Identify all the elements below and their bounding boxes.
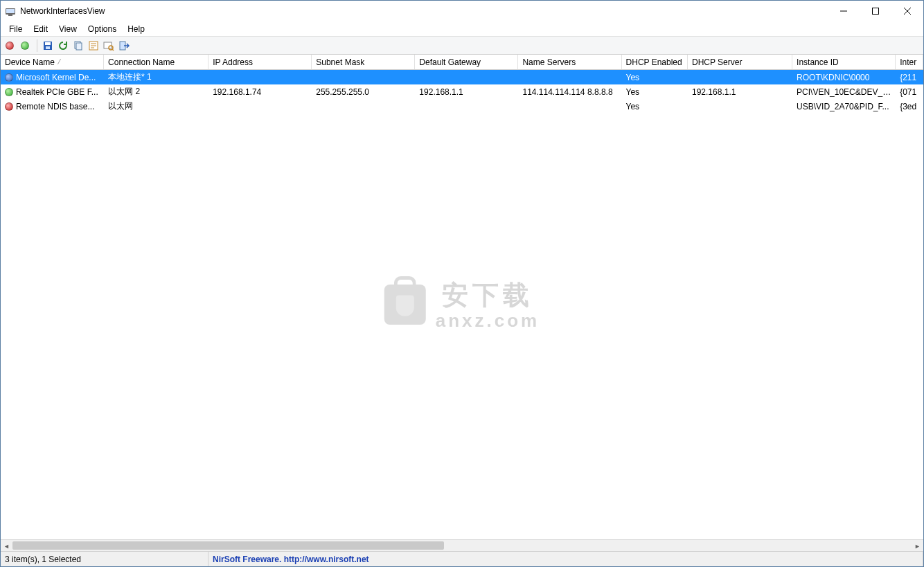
cell: 192.168.1.1 — [688, 87, 792, 97]
list-view[interactable]: Device Name⁄ Connection Name IP Address … — [1, 55, 923, 551]
window-title: NetworkInterfacesView — [20, 6, 105, 16]
maximize-button[interactable] — [860, 1, 891, 21]
app-icon — [5, 6, 16, 17]
status-dot-icon — [5, 102, 13, 111]
column-header-device-name[interactable]: Device Name⁄ — [1, 55, 104, 69]
menu-options[interactable]: Options — [82, 23, 122, 35]
toolbar-separator — [37, 39, 37, 52]
table-row[interactable]: Microsoft Kernel De...本地连接* 1YesROOT\KDN… — [1, 70, 923, 84]
enable-icon[interactable] — [20, 39, 33, 52]
svg-rect-3 — [873, 8, 879, 15]
menubar: File Edit View Options Help — [1, 21, 923, 37]
watermark-text-cn: 安下载 — [436, 278, 540, 313]
watermark-text-en: anxz.com — [436, 310, 540, 332]
cell: 255.255.255.0 — [312, 87, 415, 97]
statusbar: 3 item(s), 1 Selected NirSoft Freeware. … — [1, 551, 923, 566]
scroll-right-button[interactable]: ► — [912, 540, 923, 551]
close-button[interactable] — [891, 1, 923, 21]
cell: {071 — [896, 87, 923, 97]
cell: USB\VID_2A70&PID_F... — [792, 102, 896, 111]
svg-rect-6 — [46, 46, 50, 49]
watermark: 安下载 anxz.com — [384, 278, 540, 332]
toolbar — [1, 37, 923, 55]
column-header-instance-id[interactable]: Instance ID — [792, 55, 896, 69]
scroll-track[interactable] — [12, 540, 912, 551]
status-brand: NirSoft Freeware. http://www.nirsoft.net — [208, 552, 923, 566]
cell: Yes — [622, 102, 688, 111]
cell: ROOT\KDNIC\0000 — [792, 73, 896, 82]
disable-icon[interactable] — [5, 39, 17, 52]
copy-icon[interactable] — [72, 39, 85, 52]
status-item-count: 3 item(s), 1 Selected — [1, 552, 208, 566]
status-dot-icon — [5, 88, 13, 96]
find-icon[interactable] — [103, 39, 115, 52]
app-window: NetworkInterfacesView File Edit View Opt… — [0, 0, 924, 567]
column-header-connection-name[interactable]: Connection Name — [104, 55, 208, 69]
cell: 以太网 2 — [104, 86, 208, 98]
table-row[interactable]: Remote NDIS base...以太网YesUSB\VID_2A70&PI… — [1, 99, 923, 114]
exit-icon[interactable] — [118, 39, 130, 52]
cell: Microsoft Kernel De... — [1, 73, 104, 82]
cell: Yes — [622, 87, 688, 97]
sort-indicator-icon: ⁄ — [59, 58, 60, 66]
svg-rect-8 — [76, 43, 82, 50]
column-header-name-servers[interactable]: Name Servers — [518, 55, 621, 69]
menu-view[interactable]: View — [53, 23, 82, 35]
column-header-ip-address[interactable]: IP Address — [208, 55, 312, 69]
menu-help[interactable]: Help — [122, 23, 150, 35]
column-header-default-gateway[interactable]: Default Gateway — [415, 55, 518, 69]
status-dot-icon — [5, 73, 13, 82]
cell: Yes — [622, 73, 688, 82]
table-row[interactable]: Realtek PCIe GBE F...以太网 2192.168.1.7425… — [1, 84, 923, 99]
column-header-row: Device Name⁄ Connection Name IP Address … — [1, 55, 923, 70]
cell: {211 — [896, 73, 923, 82]
column-header-subnet-mask[interactable]: Subnet Mask — [312, 55, 415, 69]
cell: Realtek PCIe GBE F... — [1, 87, 104, 97]
scroll-thumb[interactable] — [12, 541, 444, 550]
menu-edit[interactable]: Edit — [28, 23, 53, 35]
column-header-dhcp-server[interactable]: DHCP Server — [688, 55, 792, 69]
cell: 192.168.1.1 — [415, 87, 518, 97]
cell: 114.114.114.114 8.8.8.8 — [518, 87, 621, 97]
scroll-left-button[interactable]: ◄ — [1, 540, 12, 551]
save-icon[interactable] — [42, 39, 54, 52]
watermark-bag-icon — [384, 285, 426, 325]
cell: {3ed — [896, 102, 923, 111]
status-url[interactable]: http://www.nirsoft.net — [284, 555, 369, 564]
cell: PCI\VEN_10EC&DEV_8... — [792, 87, 896, 97]
properties-icon[interactable] — [87, 39, 100, 52]
menu-file[interactable]: File — [3, 23, 28, 35]
cell: 以太网 — [104, 100, 208, 112]
list-body[interactable]: Microsoft Kernel De...本地连接* 1YesROOT\KDN… — [1, 70, 923, 539]
minimize-button[interactable] — [828, 1, 860, 21]
column-header-dhcp-enabled[interactable]: DHCP Enabled — [622, 55, 688, 69]
horizontal-scrollbar[interactable]: ◄ ► — [1, 539, 923, 551]
svg-rect-2 — [8, 15, 12, 16]
titlebar[interactable]: NetworkInterfacesView — [1, 1, 923, 21]
cell: 192.168.1.74 — [208, 87, 312, 97]
cell: 本地连接* 1 — [104, 71, 208, 83]
cell: Remote NDIS base... — [1, 102, 104, 111]
svg-rect-5 — [45, 42, 51, 45]
refresh-icon[interactable] — [57, 39, 69, 52]
column-header-interface[interactable]: Inter — [896, 55, 923, 69]
svg-rect-1 — [6, 9, 15, 13]
